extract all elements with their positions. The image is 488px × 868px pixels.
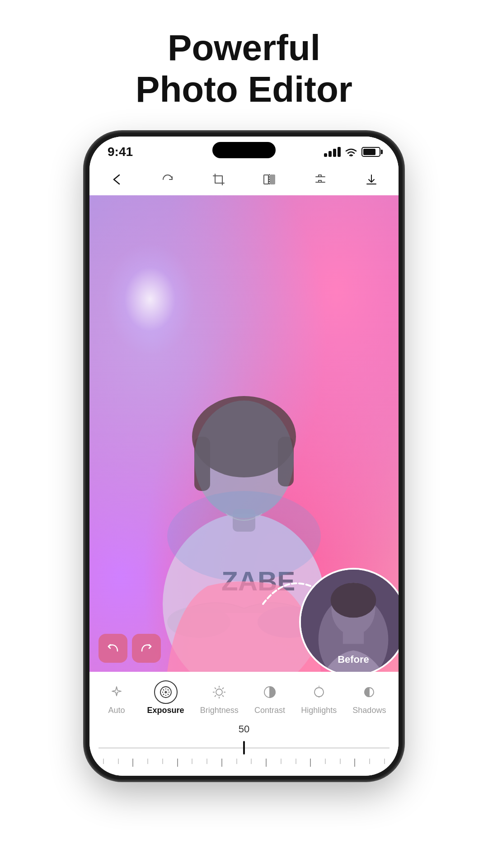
tick-major [132, 759, 133, 767]
tab-auto[interactable]: Auto [94, 679, 139, 719]
page-title: Powerful Photo Editor [136, 27, 352, 110]
svg-point-31 [216, 689, 222, 695]
auto-icon [107, 682, 127, 702]
tick [296, 759, 296, 764]
adjust-button[interactable] [309, 168, 332, 191]
highlights-icon [309, 682, 329, 702]
svg-line-27 [163, 694, 164, 695]
toolbar [89, 164, 399, 195]
tab-shadows-label: Shadows [352, 706, 386, 715]
slider-area: 50 [89, 721, 399, 771]
download-button[interactable] [360, 168, 383, 191]
tick [192, 759, 192, 764]
svg-line-38 [215, 695, 216, 697]
tab-brightness-label: Brightness [200, 706, 239, 715]
exposure-icon [156, 682, 176, 702]
svg-point-20 [160, 687, 171, 698]
svg-line-39 [222, 688, 224, 689]
tick-major [177, 759, 178, 767]
tick [281, 759, 282, 764]
tick [340, 759, 341, 764]
tab-contrast-label: Contrast [254, 706, 285, 715]
svg-line-36 [215, 688, 216, 689]
slider-track-container[interactable] [99, 739, 389, 757]
wifi-icon [345, 147, 357, 156]
before-thumbnail[interactable]: Before [299, 568, 399, 672]
undo-redo-controls [99, 634, 161, 663]
photo-background: ZABE [89, 195, 399, 672]
before-label: Before [338, 654, 369, 665]
tick [251, 759, 252, 764]
slider-track [99, 747, 389, 749]
slider-ticks [99, 759, 389, 767]
svg-point-18 [331, 583, 376, 618]
tab-highlights[interactable]: Highlights [293, 679, 345, 719]
tick [325, 759, 326, 764]
flip-button[interactable] [258, 168, 281, 191]
tab-exposure-label: Exposure [147, 706, 184, 715]
tab-highlights-label: Highlights [301, 706, 337, 715]
tick [118, 759, 119, 764]
phone-screen: 9:41 [89, 137, 399, 776]
status-icons [324, 147, 380, 157]
page-title-section: Powerful Photo Editor [136, 27, 352, 110]
svg-point-41 [314, 688, 324, 697]
svg-rect-2 [270, 175, 275, 184]
tick-major [266, 759, 267, 767]
tick [236, 759, 237, 764]
tick-major [310, 759, 311, 767]
bottom-panel: Auto [89, 672, 399, 776]
tick [162, 759, 163, 764]
status-time: 9:41 [108, 145, 133, 159]
shadows-icon [359, 682, 379, 702]
tab-exposure[interactable]: Exposure [139, 679, 192, 719]
dynamic-island [212, 142, 276, 158]
undo-button[interactable] [99, 634, 127, 663]
tick [103, 759, 104, 764]
contrast-icon [260, 682, 280, 702]
tick-major [354, 759, 355, 767]
brightness-icon [209, 682, 229, 702]
battery-icon [361, 147, 380, 157]
slider-notch [243, 741, 245, 755]
tick-major [221, 759, 222, 767]
slider-value: 50 [99, 723, 389, 735]
tab-contrast[interactable]: Contrast [246, 679, 293, 719]
rotate-button[interactable] [156, 168, 179, 191]
tick [206, 759, 207, 764]
svg-line-25 [163, 689, 164, 690]
crop-button[interactable] [207, 168, 230, 191]
svg-line-37 [222, 695, 224, 697]
phone-frame: 9:41 [86, 133, 402, 779]
tick [369, 759, 370, 764]
svg-line-28 [168, 689, 169, 690]
svg-rect-1 [264, 175, 268, 184]
tab-auto-label: Auto [108, 706, 125, 715]
svg-line-26 [168, 694, 169, 695]
svg-rect-19 [343, 631, 364, 644]
tab-shadows[interactable]: Shadows [345, 679, 394, 719]
adjustment-tabs: Auto [89, 672, 399, 721]
tick [384, 759, 385, 764]
back-button[interactable] [105, 168, 128, 191]
photo-area: ZABE [89, 195, 399, 672]
redo-button[interactable] [132, 634, 161, 663]
signal-bars-icon [324, 147, 341, 157]
tab-brightness[interactable]: Brightness [192, 679, 246, 719]
tick [147, 759, 148, 764]
